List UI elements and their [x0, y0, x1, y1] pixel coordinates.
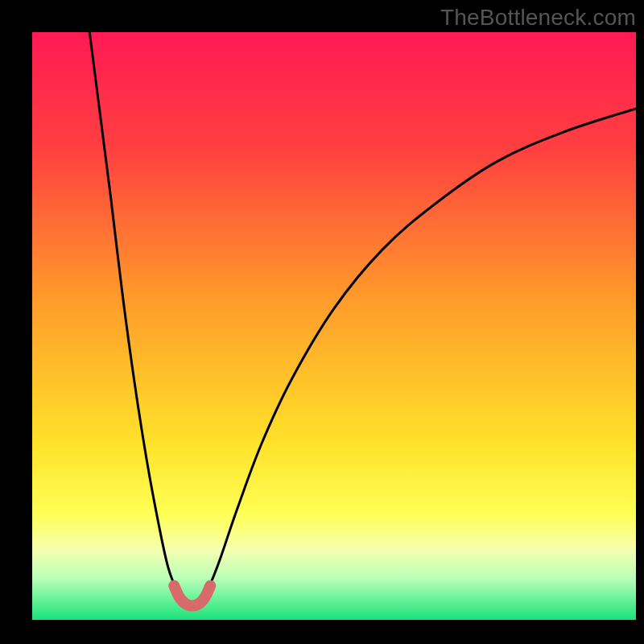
chart-svg [32, 32, 636, 620]
chart-frame: TheBottleneck.com [0, 0, 644, 644]
plot-area [32, 32, 636, 620]
watermark-text: TheBottleneck.com [440, 5, 636, 31]
gradient-background [32, 32, 636, 620]
